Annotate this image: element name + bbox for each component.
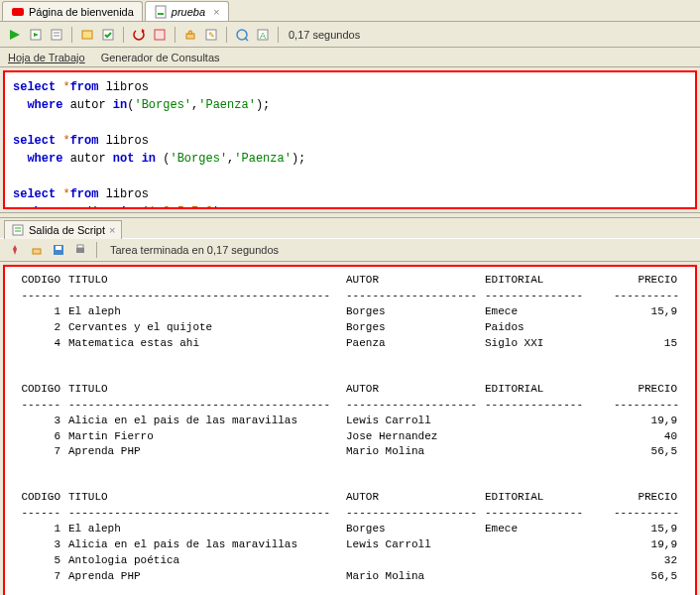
clear-output-button[interactable] bbox=[28, 241, 46, 259]
svg-text:✎: ✎ bbox=[208, 31, 215, 40]
cell-editorial bbox=[485, 569, 614, 585]
output-status: Tarea terminada en 0,17 segundos bbox=[110, 244, 279, 256]
cell-titulo: Aprenda PHP bbox=[68, 569, 346, 585]
cell-precio: 32 bbox=[614, 553, 677, 569]
output-tab-label: Salida de Script bbox=[29, 224, 105, 236]
pin-button[interactable] bbox=[6, 241, 24, 259]
table-row: 7Aprenda PHPMario Molina56,5 bbox=[13, 569, 687, 585]
col-codigo: CODIGO bbox=[13, 490, 68, 506]
run-button[interactable] bbox=[6, 26, 24, 44]
elapsed-time: 0,17 segundos bbox=[289, 29, 360, 41]
cell-titulo: Matematica estas ahi bbox=[68, 336, 346, 352]
cell-editorial bbox=[485, 429, 614, 445]
file-tabs: Página de bienvenida prueba × bbox=[0, 0, 700, 22]
cell-codigo: 7 bbox=[13, 569, 68, 585]
run-script-button[interactable] bbox=[27, 26, 45, 44]
tab-welcome[interactable]: Página de bienvenida bbox=[2, 1, 143, 21]
dash-row: ----------------------------------------… bbox=[13, 506, 687, 522]
cell-editorial: Siglo XXI bbox=[485, 336, 614, 352]
col-precio: PRECIO bbox=[614, 273, 677, 289]
svg-rect-13 bbox=[186, 34, 194, 39]
col-codigo: CODIGO bbox=[13, 382, 68, 398]
cell-autor bbox=[346, 553, 485, 569]
script-output: CODIGOTITULOAUTOREDITORIALPRECIO--------… bbox=[3, 265, 697, 595]
table-row: 3Alicia en el pais de las maravillasLewi… bbox=[13, 414, 687, 429]
print-output-button[interactable] bbox=[71, 241, 89, 259]
cell-editorial: Paidos bbox=[485, 320, 614, 336]
cell-autor: Jose Hernandez bbox=[346, 429, 485, 445]
cell-precio: 15,9 bbox=[614, 522, 677, 537]
cell-codigo: 3 bbox=[13, 414, 68, 429]
header-row: CODIGOTITULOAUTOREDITORIALPRECIO bbox=[13, 273, 687, 289]
output-toolbar: Tarea terminada en 0,17 segundos bbox=[0, 238, 700, 262]
header-row: CODIGOTITULOAUTOREDITORIALPRECIO bbox=[13, 382, 687, 398]
cell-titulo: Antologia poética bbox=[68, 553, 346, 569]
cell-codigo: 4 bbox=[13, 336, 68, 352]
close-icon[interactable]: × bbox=[213, 6, 219, 18]
table-row: 1El alephBorgesEmece15,9 bbox=[13, 522, 687, 537]
table-row: 1El alephBorgesEmece15,9 bbox=[13, 304, 687, 320]
output-tabs: Salida de Script × bbox=[0, 218, 700, 238]
col-codigo: CODIGO bbox=[13, 273, 68, 289]
svg-rect-29 bbox=[77, 245, 83, 248]
cell-codigo: 1 bbox=[13, 522, 68, 537]
format-button[interactable]: A bbox=[254, 26, 272, 44]
svg-rect-25 bbox=[33, 249, 41, 254]
cell-precio: 15 bbox=[614, 336, 677, 352]
cell-editorial: Emece bbox=[485, 522, 614, 537]
cell-titulo: Alicia en el pais de las maravillas bbox=[68, 414, 346, 429]
dash-row: ----------------------------------------… bbox=[13, 289, 687, 304]
output-tab-script[interactable]: Salida de Script × bbox=[4, 220, 122, 239]
oracle-icon bbox=[11, 5, 25, 19]
worksheet-tabs: Hoja de Trabajo Generador de Consultas bbox=[0, 48, 700, 67]
cell-titulo: Martin Fierro bbox=[68, 429, 346, 445]
col-editorial: EDITORIAL bbox=[485, 273, 614, 289]
svg-rect-1 bbox=[156, 6, 166, 18]
table-row: 3Alicia en el pais de las maravillasLewi… bbox=[13, 537, 687, 553]
cell-editorial: Emece bbox=[485, 304, 614, 320]
col-titulo: TITULO bbox=[68, 382, 346, 398]
cell-titulo: Alicia en el pais de las maravillas bbox=[68, 537, 346, 553]
explain-plan-button[interactable] bbox=[48, 26, 65, 44]
subtab-querybuilder[interactable]: Generador de Consultas bbox=[101, 50, 220, 66]
close-icon[interactable]: × bbox=[109, 224, 115, 236]
svg-marker-24 bbox=[13, 245, 17, 255]
svg-rect-27 bbox=[56, 246, 61, 250]
separator bbox=[71, 27, 72, 43]
save-output-button[interactable] bbox=[50, 241, 67, 259]
subtab-worksheet[interactable]: Hoja de Trabajo bbox=[8, 50, 85, 66]
cell-editorial bbox=[485, 414, 614, 429]
cell-autor: Borges bbox=[346, 522, 485, 537]
svg-rect-0 bbox=[12, 8, 24, 16]
commit-button[interactable] bbox=[99, 26, 117, 44]
sql-editor[interactable]: select *from libros where autor in('Borg… bbox=[3, 70, 697, 209]
col-autor: AUTOR bbox=[346, 490, 485, 506]
svg-rect-6 bbox=[52, 30, 61, 40]
cell-autor: Mario Molina bbox=[346, 569, 485, 585]
sql-history-button[interactable]: ✎ bbox=[202, 26, 220, 44]
autotrace-button[interactable] bbox=[78, 26, 96, 44]
cell-autor: Paenza bbox=[346, 336, 485, 352]
cell-autor: Borges bbox=[346, 304, 485, 320]
tab-prueba[interactable]: prueba × bbox=[145, 1, 229, 21]
col-autor: AUTOR bbox=[346, 273, 485, 289]
cell-titulo: Cervantes y el quijote bbox=[68, 320, 346, 336]
cell-titulo: El aleph bbox=[68, 522, 346, 537]
cell-precio bbox=[614, 320, 677, 336]
svg-marker-3 bbox=[10, 30, 20, 40]
to-upper-button[interactable] bbox=[233, 26, 251, 44]
separator bbox=[226, 27, 227, 43]
editor-toolbar: ✎ A 0,17 segundos bbox=[0, 22, 700, 48]
unshared-button[interactable] bbox=[151, 26, 169, 44]
cell-titulo: Aprenda PHP bbox=[68, 444, 346, 460]
table-row: 5Antologia poética32 bbox=[13, 553, 687, 569]
rollback-button[interactable] bbox=[130, 26, 148, 44]
col-precio: PRECIO bbox=[614, 490, 677, 506]
cell-precio: 19,9 bbox=[614, 537, 677, 553]
cell-codigo: 5 bbox=[13, 553, 68, 569]
blank-line bbox=[13, 352, 687, 382]
sql-file-icon bbox=[154, 5, 168, 19]
clear-button[interactable] bbox=[181, 26, 199, 44]
svg-rect-9 bbox=[82, 31, 92, 39]
cell-autor: Mario Molina bbox=[346, 444, 485, 460]
